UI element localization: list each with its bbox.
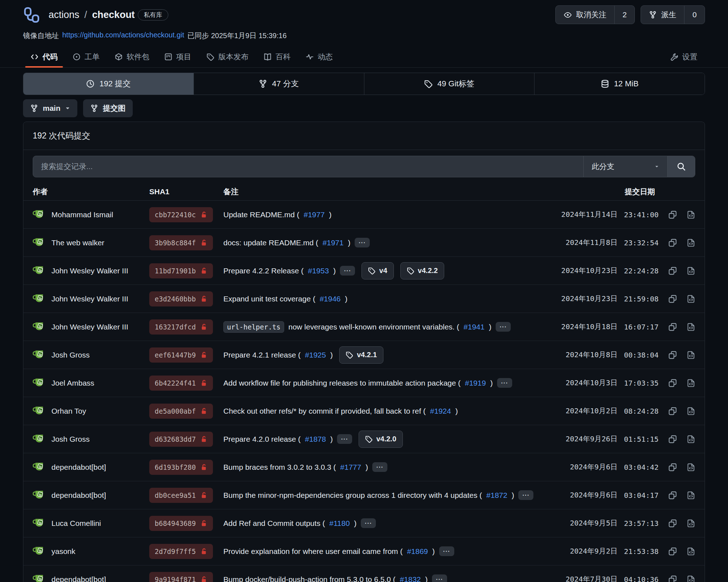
issue-link[interactable]: #1953 [308,267,329,275]
copy-sha-button[interactable] [668,491,677,500]
stat-commits[interactable]: 192 提交 [23,73,194,95]
avatar[interactable] [33,292,45,305]
browse-code-button[interactable] [687,351,695,359]
repo-name-link[interactable]: checkout [92,9,135,21]
tab-projects[interactable]: 项目 [157,46,199,67]
sha-badge[interactable]: 9a9194f871 [149,572,213,582]
tab-issues[interactable]: 工单 [65,46,107,67]
tab-code[interactable]: 代码 [23,46,65,67]
sha-badge[interactable]: 6b42224f41 [149,376,213,391]
issue-link[interactable]: #1971 [323,238,343,247]
author-name[interactable]: Mohammad Ismail [51,210,113,219]
sha-badge[interactable]: 11bd71901b [149,263,213,278]
branch-scope-select[interactable]: 此分支 [583,156,667,177]
issue-link[interactable]: #1878 [305,435,326,444]
tag-chip[interactable]: v4 [361,262,393,279]
copy-sha-button[interactable] [668,323,677,331]
issue-link[interactable]: #1180 [329,519,350,528]
copy-sha-button[interactable] [668,238,677,247]
ellipsis-button[interactable]: ··· [337,434,352,444]
sha-badge[interactable]: b684943689 [149,516,213,531]
issue-link[interactable]: #1946 [320,295,341,303]
browse-code-button[interactable] [687,407,695,415]
avatar[interactable] [33,489,45,501]
author-name[interactable]: The web walker [51,238,104,247]
tab-wiki[interactable]: 百科 [256,46,298,67]
browse-code-button[interactable] [687,519,695,528]
copy-sha-button[interactable] [668,210,677,219]
avatar[interactable] [33,320,45,333]
repo-owner-link[interactable]: actions [49,9,79,21]
avatar[interactable] [33,349,45,361]
avatar[interactable] [33,433,45,445]
avatar[interactable] [33,208,45,221]
mirror-url-link[interactable]: https://github.com/actions/checkout.git [62,31,184,41]
sha-badge[interactable]: cbb722410c [149,207,213,222]
issue-link[interactable]: #1832 [400,575,421,582]
avatar[interactable] [33,405,45,417]
ellipsis-button[interactable]: ··· [372,462,387,472]
sha-badge[interactable]: d632683dd7 [149,432,213,447]
copy-sha-button[interactable] [668,295,677,303]
browse-code-button[interactable] [687,547,695,556]
browse-code-button[interactable] [687,435,695,444]
tab-settings[interactable]: 设置 [663,46,705,67]
browse-code-button[interactable] [687,379,695,387]
browse-code-button[interactable] [687,323,695,331]
search-button[interactable] [667,156,695,177]
author-name[interactable]: Luca Comellini [51,519,101,528]
ellipsis-button[interactable]: ··· [340,266,355,276]
browse-code-button[interactable] [687,210,695,219]
copy-sha-button[interactable] [668,519,677,528]
tab-releases[interactable]: 版本发布 [199,46,256,67]
tab-activity[interactable]: 动态 [298,46,340,67]
tag-chip[interactable]: v4.2.2 [400,262,445,279]
avatar[interactable] [33,377,45,389]
commit-search-input[interactable] [33,156,583,177]
copy-sha-button[interactable] [668,575,677,582]
sha-badge[interactable]: 163217dfcd [149,319,213,335]
sha-badge[interactable]: eef61447b9 [149,347,213,363]
sha-badge[interactable]: 6d193bf280 [149,460,213,475]
author-name[interactable]: dependabot[bot] [51,575,106,582]
ellipsis-button[interactable]: ··· [361,518,376,528]
issue-link[interactable]: #1919 [465,379,486,387]
author-name[interactable]: John Wesley Walker III [51,323,128,331]
copy-sha-button[interactable] [668,463,677,472]
copy-sha-button[interactable] [668,547,677,556]
forks-count[interactable]: 0 [684,6,705,24]
ellipsis-button[interactable]: ··· [518,490,533,500]
author-name[interactable]: Josh Gross [51,351,90,359]
branch-selector[interactable]: main [23,99,77,117]
sha-badge[interactable]: e3d2460bbb [149,291,213,306]
watchers-count[interactable]: 2 [614,6,635,24]
issue-link[interactable]: #1925 [305,351,326,359]
sha-badge[interactable]: 3b9b8c884f [149,235,213,250]
issue-link[interactable]: #1777 [340,463,361,472]
avatar[interactable] [33,517,45,529]
browse-code-button[interactable] [687,491,695,500]
author-name[interactable]: dependabot[bot] [51,491,106,500]
avatar[interactable] [33,461,45,473]
tag-chip[interactable]: v4.2.0 [359,431,403,448]
browse-code-button[interactable] [687,267,695,275]
tag-chip[interactable]: v4.2.1 [339,346,383,364]
sha-badge[interactable]: de5a000abf [149,404,213,419]
issue-link[interactable]: #1924 [430,407,451,415]
author-name[interactable]: John Wesley Walker III [51,267,128,275]
commit-graph-button[interactable]: 提交图 [83,99,133,117]
ellipsis-button[interactable]: ··· [439,546,454,556]
author-name[interactable]: John Wesley Walker III [51,295,128,303]
browse-code-button[interactable] [687,238,695,247]
tab-packages[interactable]: 软件包 [107,46,157,67]
ellipsis-button[interactable]: ··· [432,574,447,582]
stat-branches[interactable]: 47 分支 [194,73,364,95]
fork-button[interactable]: 派生 [641,6,684,24]
sha-badge[interactable]: db0cee9a51 [149,488,213,503]
author-name[interactable]: Joel Ambass [51,379,94,387]
sha-badge[interactable]: 2d7d9f7ff5 [149,544,213,559]
stat-size[interactable]: 12 MiB [534,73,705,95]
copy-sha-button[interactable] [668,407,677,415]
issue-link[interactable]: #1872 [486,491,507,500]
issue-link[interactable]: #1977 [304,210,324,219]
